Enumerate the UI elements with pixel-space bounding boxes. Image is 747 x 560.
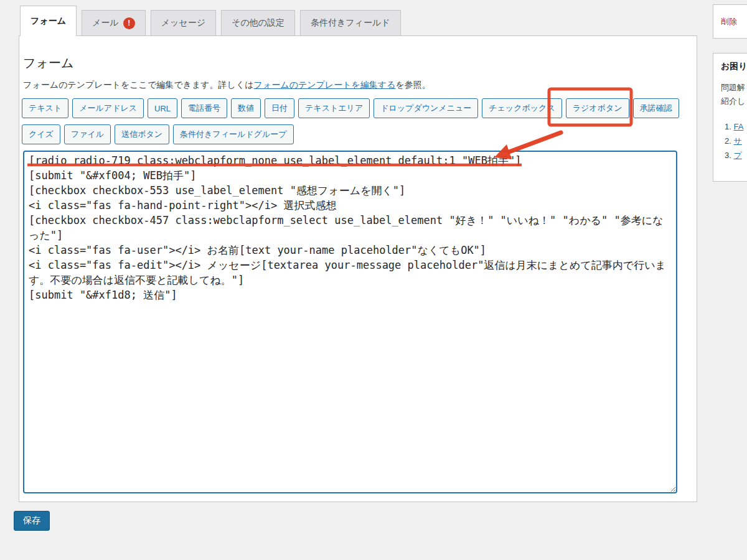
tag-generator-button[interactable]: テキスト: [22, 98, 68, 118]
help-text-line: 紹介し: [721, 95, 747, 108]
delete-box: 削除: [713, 4, 747, 39]
tag-generator-row-1: テキストメールアドレスURL電話番号数値日付テキストエリアドロップダウンメニュー…: [22, 98, 694, 118]
form-panel: フォーム フォームのテンプレートをここで編集できます。詳しくはフォームのテンプレ…: [19, 35, 697, 502]
tab-form-label: フォーム: [31, 16, 66, 27]
panel-description: フォームのテンプレートをここで編集できます。詳しくはフォームのテンプレートを編集…: [23, 78, 693, 91]
tag-generator-button[interactable]: 電話番号: [181, 98, 227, 118]
help-link[interactable]: サ: [733, 136, 741, 146]
tag-generator-button[interactable]: テキストエリア: [298, 98, 370, 118]
tab-mail-label: メール: [92, 17, 119, 29]
tag-generator-button[interactable]: 承諾確認: [633, 98, 679, 118]
help-link[interactable]: FA: [733, 122, 743, 131]
tag-generator-button[interactable]: 送信ボタン: [115, 124, 169, 144]
form-template-textarea[interactable]: [radio radio-719 class:webclapform_none …: [23, 151, 677, 493]
help-list-item: 1. FA: [725, 119, 747, 134]
tab-conditional-fields-label: 条件付きフィールド: [311, 17, 390, 29]
help-box: お困り 問題解 紹介し 1. FA2. サ3. プ: [713, 53, 747, 182]
tag-generator-button[interactable]: メールアドレス: [72, 98, 144, 118]
tag-generator-button[interactable]: ファイル: [64, 124, 111, 144]
tab-messages-label: メッセージ: [161, 17, 205, 29]
tag-generator-button[interactable]: URL: [148, 98, 177, 118]
tab-mail[interactable]: メール !: [82, 10, 146, 36]
edit-template-link[interactable]: フォームのテンプレートを編集する: [254, 80, 396, 90]
help-box-title: お困り: [721, 61, 747, 72]
tag-generator-button[interactable]: 数値: [231, 98, 261, 118]
tag-generator-button[interactable]: 日付: [265, 98, 294, 118]
tag-generator-button[interactable]: チェックボックス: [482, 98, 561, 118]
help-link[interactable]: プ: [733, 151, 741, 160]
tab-messages[interactable]: メッセージ: [151, 10, 216, 36]
delete-link[interactable]: 削除: [721, 17, 737, 26]
tag-generator-button[interactable]: 条件付きフィールドグループ: [173, 124, 293, 144]
editor-tab-bar: フォーム メール ! メッセージ その他の設定 条件付きフィールド: [20, 6, 401, 36]
tab-additional-settings[interactable]: その他の設定: [221, 10, 295, 36]
save-button[interactable]: 保存: [14, 511, 50, 531]
help-list-item: 3. プ: [725, 148, 747, 162]
mail-alert-badge: !: [123, 17, 135, 29]
help-link-list: 1. FA2. サ3. プ: [721, 119, 747, 162]
tag-generator-button[interactable]: クイズ: [22, 124, 60, 144]
tab-form[interactable]: フォーム: [20, 6, 77, 36]
tag-generator-button[interactable]: ラジオボタン: [566, 98, 629, 118]
help-list-item: 2. サ: [725, 134, 747, 148]
tab-conditional-fields[interactable]: 条件付きフィールド: [300, 10, 401, 36]
tab-additional-settings-label: その他の設定: [232, 17, 284, 29]
description-text-before: フォームのテンプレートをここで編集できます。詳しくは: [23, 80, 254, 90]
help-text-line: 問題解: [721, 81, 747, 95]
panel-title: フォーム: [23, 54, 693, 72]
tag-generator-row-2: クイズファイル送信ボタン条件付きフィールドグループ: [22, 124, 694, 144]
description-text-after: を参照。: [396, 80, 431, 90]
tag-generator-button[interactable]: ドロップダウンメニュー: [374, 98, 478, 118]
cf7-form-editor-page: フォーム メール ! メッセージ その他の設定 条件付きフィールド 削除 フォー…: [0, 0, 747, 560]
